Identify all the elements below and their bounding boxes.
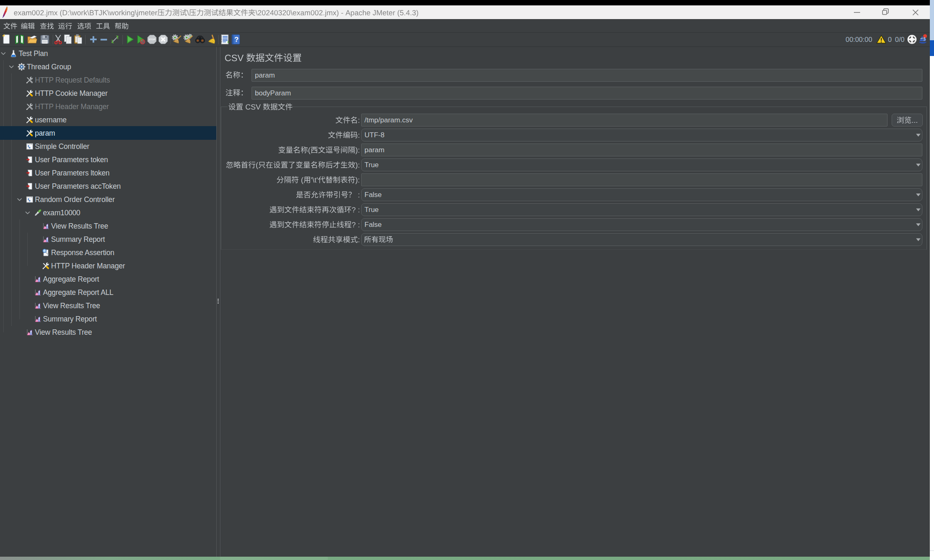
svg-text:?: ? [235, 36, 239, 44]
svg-text:STOP: STOP [149, 38, 156, 41]
